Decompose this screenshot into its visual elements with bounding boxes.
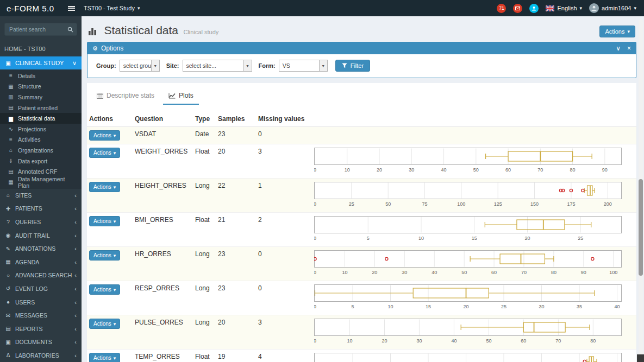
sidebar-item-patient-enrolled[interactable]: ▤Patient enrolled [0, 103, 82, 113]
type-cell: Float [193, 213, 216, 247]
scrollbar-thumb[interactable] [639, 179, 643, 276]
sidebar-item-summary[interactable]: ▥Summary [0, 92, 82, 103]
sidebar-item-data-management-plan[interactable]: ▦Data Management Plan [0, 177, 82, 188]
row-actions-button[interactable]: Actions▾ [89, 319, 120, 329]
online-users-button[interactable] [529, 4, 539, 13]
chevron-left-icon: ‹ [74, 339, 77, 345]
organizations-icon: ⌂ [7, 147, 15, 153]
column-header-samples: Samples [216, 112, 256, 127]
row-actions-button[interactable]: Actions▾ [89, 250, 120, 261]
patient-enrolled-icon: ▤ [7, 105, 15, 111]
chevron-left-icon: ‹ [74, 192, 77, 199]
group-select[interactable]: select group... ▼ [120, 60, 160, 72]
sidebar-item-label: Summary [18, 94, 42, 100]
sidebar-item-agenda[interactable]: ▦AGENDA‹ [0, 256, 82, 269]
sidebar-item-organizations[interactable]: ⌂Organizations [0, 145, 82, 156]
close-icon[interactable]: × [627, 45, 631, 52]
row-actions-button[interactable]: Actions▾ [89, 130, 120, 141]
site-select[interactable]: select site... ▼ [183, 60, 252, 72]
sidebar-item-label: Annotated CRF [18, 168, 57, 175]
sidebar-item-annotations[interactable]: ✎ANNOTATIONS‹ [0, 242, 82, 256]
svg-text:200: 200 [604, 201, 612, 207]
sidebar-item-advanced-search[interactable]: ○ADVANCED SEARCH‹ [0, 269, 82, 282]
sidebar-item-queries[interactable]: ?QUERIES‹ [0, 215, 82, 229]
sidebar: HOME - TST00▣CLINICAL STUDY∨≡Details▦Str… [0, 16, 82, 362]
collapse-icon[interactable]: ∨ [616, 45, 621, 52]
notifications-badge: 71 [499, 5, 504, 11]
patient-search [4, 23, 77, 36]
svg-text:90: 90 [581, 270, 586, 275]
filter-button[interactable]: Filter [335, 60, 370, 72]
svg-text:50: 50 [461, 270, 467, 275]
annotations-icon: ✎ [4, 246, 12, 252]
username-label: admin1604 [602, 5, 631, 11]
brand-logo[interactable]: e-FORM 5.0 [0, 4, 64, 13]
row-actions-label: Actions [93, 184, 111, 190]
sidebar-toggle-button[interactable] [64, 0, 78, 16]
study-selector[interactable]: TST00 - Test Study ▾ [84, 5, 140, 11]
form-select[interactable]: VS ▼ [279, 60, 328, 72]
svg-text:90: 90 [602, 167, 608, 173]
tab-descriptive-stats[interactable]: Descriptive stats [91, 89, 160, 105]
dropdown-arrow-icon: ▼ [243, 60, 252, 71]
tab-panel: Descriptive stats Plots ActionsQuestionT… [87, 83, 636, 362]
svg-text:40: 40 [451, 338, 457, 344]
sidebar-item-documents[interactable]: ▣DOCUMENTS‹ [0, 335, 82, 349]
sidebar-item-messages[interactable]: ✉MESSAGES‹ [0, 309, 82, 322]
chevron-down-icon: ▾ [114, 150, 116, 156]
sidebar-item-audit-trail[interactable]: ◉AUDIT TRAIL‹ [0, 228, 82, 242]
sidebar-item-label: HOME - TST00 [4, 46, 46, 52]
type-cell: Long [193, 179, 216, 213]
messages-button[interactable] [513, 4, 522, 13]
sidebar-item-label: SITES [15, 192, 32, 199]
sidebar-item-details[interactable]: ≡Details [0, 71, 82, 81]
sidebar-item-patients[interactable]: ✚PATIENTS‹ [0, 202, 82, 215]
sidebar-item-statistical-data[interactable]: ▆Statistical data [0, 113, 82, 124]
row-actions-button[interactable]: Actions▾ [89, 284, 120, 295]
actions-cell: Actions▾ [87, 247, 133, 281]
chevron-down-icon: ▾ [114, 185, 116, 190]
annotated-crf-icon: ▤ [7, 169, 15, 175]
avatar [589, 3, 599, 13]
row-actions-button[interactable]: Actions▾ [89, 182, 120, 192]
sidebar-item-structure[interactable]: ▦Structure [0, 81, 82, 92]
row-actions-label: Actions [93, 132, 111, 138]
page-actions-button[interactable]: Actions ▾ [599, 26, 635, 37]
chevron-down-icon: ▾ [137, 5, 140, 11]
sidebar-item-data-export[interactable]: ⇓Data export [0, 156, 82, 167]
row-actions-button[interactable]: Actions▾ [89, 148, 120, 158]
tab-plots[interactable]: Plots [163, 89, 199, 105]
patient-search-input[interactable] [4, 23, 64, 36]
hamburger-icon [68, 6, 75, 11]
sidebar-item-activities[interactable]: ≡Activities [0, 135, 82, 145]
sidebar-item-reports[interactable]: ▤REPORTS‹ [0, 322, 82, 335]
svg-text:35: 35 [577, 304, 582, 309]
missing-values-cell: 3 [256, 144, 312, 179]
language-selector[interactable]: English ▾ [546, 5, 582, 11]
messages-icon: ✉ [4, 313, 12, 319]
sidebar-item-users[interactable]: ●USERS‹ [0, 295, 82, 309]
user-menu[interactable]: admin1604 ▾ [589, 3, 636, 13]
data-export-icon: ⇓ [7, 158, 15, 164]
question-cell: HR_ORRES [133, 247, 193, 281]
table-row: Actions▾HR_ORRESLong23001020304050607080… [87, 247, 636, 281]
sidebar-item-clinical-study[interactable]: ▣CLINICAL STUDY∨ [0, 56, 82, 69]
sidebar-item-label: QUERIES [15, 219, 41, 225]
svg-text:20: 20 [372, 270, 377, 275]
sidebar-item-projections[interactable]: ∿Projections [0, 124, 82, 135]
svg-text:50: 50 [486, 338, 491, 344]
svg-text:0: 0 [314, 338, 316, 344]
scrollbar[interactable] [639, 20, 643, 361]
svg-text:30: 30 [409, 167, 414, 173]
type-cell: Long [193, 281, 216, 315]
sidebar-item-event-log[interactable]: ↺EVENT LOG‹ [0, 282, 82, 296]
sidebar-item-home[interactable]: HOME - TST00 [0, 41, 82, 56]
row-actions-button[interactable]: Actions▾ [89, 216, 120, 226]
notifications-button[interactable]: 71 [497, 4, 506, 13]
samples-cell: 22 [216, 179, 256, 213]
sidebar-item-laboratories[interactable]: ΔLABORATORIES‹ [0, 349, 82, 362]
search-button[interactable] [64, 23, 77, 36]
svg-text:15: 15 [426, 304, 431, 309]
row-actions-button[interactable]: Actions▾ [89, 353, 120, 362]
sidebar-item-sites[interactable]: ⌂SITES‹ [0, 189, 82, 202]
